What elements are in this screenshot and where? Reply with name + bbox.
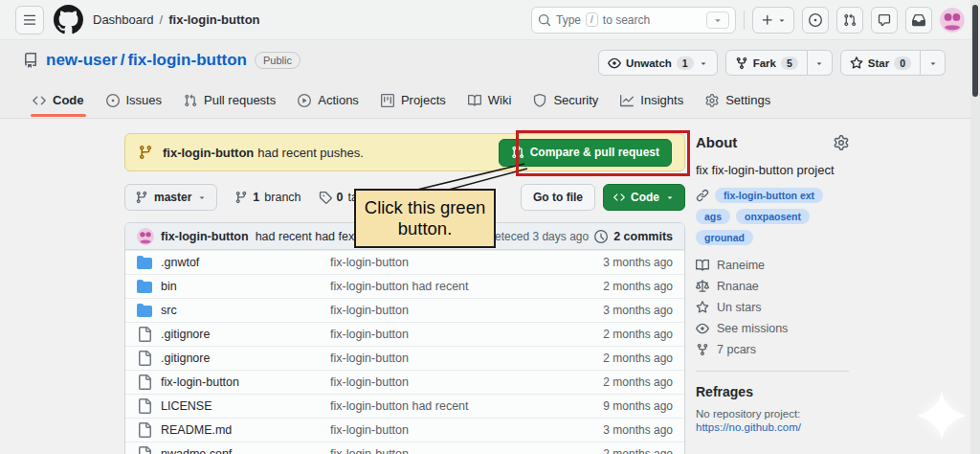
- issues-nav-button[interactable]: [802, 7, 829, 34]
- file-name[interactable]: .gitignore: [161, 352, 322, 365]
- file-name[interactable]: README.md: [161, 423, 322, 437]
- discussions-nav-button[interactable]: [871, 7, 898, 34]
- unwatch-button[interactable]: Unwatch 1: [598, 50, 718, 76]
- folder-icon: [137, 279, 152, 294]
- branch-selector-button[interactable]: master: [124, 184, 217, 211]
- file-commit-message[interactable]: fix-login-button: [330, 375, 594, 389]
- tab-security[interactable]: Security: [525, 86, 606, 118]
- table-row[interactable]: nwadme.conf fix-login-button 2 months ag…: [125, 442, 684, 454]
- tab-wiki[interactable]: Wiki: [460, 86, 520, 118]
- sidebar-link-label: Rnanae: [717, 280, 759, 293]
- sidebar-link-label: Raneime: [717, 259, 765, 272]
- plus-icon: [761, 13, 774, 27]
- pull-requests-nav-button[interactable]: [836, 7, 863, 34]
- file-commit-time: 9 months ago: [603, 399, 673, 413]
- code-button-label: Code: [631, 191, 659, 204]
- table-row[interactable]: src fix-login-button 3 months ago: [125, 298, 684, 322]
- file-name[interactable]: src: [161, 304, 322, 317]
- fork-button[interactable]: Fark 5: [725, 50, 808, 76]
- fork-dropdown-button[interactable]: [808, 50, 833, 76]
- notifications-inbox-button[interactable]: [905, 7, 932, 34]
- chevron-down-icon: [712, 14, 724, 26]
- topic-tag[interactable]: fix-login-button ext: [715, 188, 823, 203]
- table-row[interactable]: README.md fix-login-button 3 months ago: [125, 418, 684, 442]
- compare-pull-request-button[interactable]: Compare & pull request: [499, 139, 672, 167]
- file-name[interactable]: LICENSE: [161, 399, 322, 413]
- chevron-down-icon: [777, 15, 787, 25]
- star-button[interactable]: Star 0: [840, 50, 921, 76]
- sidebar-link-stars[interactable]: Un stars: [696, 301, 849, 314]
- breadcrumb-repo-link[interactable]: fix-login-button: [168, 12, 259, 27]
- star-dropdown-button[interactable]: [921, 50, 946, 76]
- file-name[interactable]: fix-login-button: [161, 375, 322, 389]
- sidebar-link-forks[interactable]: 7 pcars: [696, 343, 849, 356]
- scrollbar-thumb[interactable]: [972, 5, 978, 97]
- code-dropdown-button[interactable]: Code: [603, 184, 685, 211]
- table-row[interactable]: LICENSE fix-login-button had recent 9 mo…: [125, 394, 684, 418]
- breadcrumb-dashboard-link[interactable]: Dashboard: [93, 12, 154, 27]
- tab-label: Security: [553, 93, 598, 107]
- file-commit-message[interactable]: fix-login-button: [330, 256, 594, 269]
- tab-code[interactable]: Code: [25, 86, 92, 118]
- git-pull-request-icon: [184, 94, 197, 107]
- sidebar-link-license[interactable]: Rnanae: [696, 280, 849, 293]
- topic-tags: fix-login-button ext ags onxpaosent grou…: [696, 188, 849, 245]
- file-name[interactable]: .gitignore: [161, 328, 322, 341]
- file-commit-message[interactable]: fix-login-button: [330, 304, 594, 317]
- file-commit-message[interactable]: fix-login-button: [330, 352, 594, 365]
- create-new-button[interactable]: [752, 7, 794, 34]
- file-commit-message[interactable]: fix-login-button: [330, 423, 594, 437]
- hamburger-menu-button[interactable]: [15, 6, 44, 34]
- sidebar-link-readme[interactable]: Raneime: [696, 259, 849, 272]
- tab-settings[interactable]: Settings: [698, 86, 778, 118]
- commit-message[interactable]: had recent had fex: [256, 230, 355, 243]
- branches-link[interactable]: 1 branch: [234, 191, 301, 204]
- commit-time: seteced 3 days ago: [489, 230, 589, 243]
- table-row[interactable]: .gnwtof fix-login-button 3 months ago: [125, 250, 684, 274]
- tab-issues[interactable]: Issues: [99, 86, 170, 118]
- commit-author-avatar[interactable]: [137, 228, 154, 245]
- table-row[interactable]: .gitignore fix-login-button 2 months ago: [125, 346, 684, 370]
- commits-link[interactable]: 2 commits: [613, 230, 673, 243]
- chevron-down-icon: [928, 58, 938, 68]
- file-icon: [137, 446, 152, 454]
- visibility-badge: Public: [255, 52, 301, 69]
- file-name[interactable]: bin: [161, 280, 322, 293]
- file-name[interactable]: .gnwtof: [161, 256, 322, 269]
- topic-tag[interactable]: grounad: [696, 230, 753, 245]
- file-commit-message[interactable]: fix-login-button had recent: [330, 280, 594, 293]
- repo-name-link[interactable]: fix-login-button: [127, 51, 247, 69]
- about-header: About: [696, 134, 849, 150]
- tag-count: 0: [337, 191, 344, 204]
- star-icon: [850, 57, 863, 70]
- file-commit-message[interactable]: fix-login-button had recent: [330, 399, 594, 413]
- user-avatar[interactable]: [940, 8, 965, 33]
- breadcrumb: Dashboard / fix-login-button: [93, 12, 260, 27]
- tab-insights[interactable]: Insights: [612, 86, 691, 118]
- search-command-button[interactable]: [706, 11, 729, 29]
- table-row[interactable]: fix-login-button fix-login-button 2 mont…: [125, 370, 684, 394]
- file-name[interactable]: nwadme.conf: [161, 447, 322, 454]
- gear-icon[interactable]: [834, 135, 849, 150]
- repo-forked-icon: [735, 57, 748, 70]
- commit-author[interactable]: fix-login-button: [161, 230, 249, 243]
- table-row[interactable]: bin fix-login-button had recent 2 months…: [125, 274, 684, 298]
- file-icon: [137, 327, 152, 342]
- sidebar-link-watching[interactable]: See missions: [696, 322, 849, 335]
- tab-projects[interactable]: Projects: [373, 86, 454, 118]
- repo-owner-link[interactable]: new-user: [46, 51, 118, 69]
- chevron-down-icon: [665, 193, 675, 202]
- topic-tag[interactable]: ags: [696, 209, 730, 224]
- project-url-link[interactable]: https://no.github.com/: [696, 421, 849, 433]
- github-logo-icon[interactable]: [54, 5, 83, 34]
- search-input[interactable]: Type / to search: [531, 7, 736, 34]
- topic-tag[interactable]: onxpaosent: [736, 209, 810, 224]
- file-commit-message[interactable]: fix-login-button: [330, 447, 594, 454]
- tab-actions[interactable]: Actions: [290, 86, 367, 118]
- table-row[interactable]: .gitignore fix-login-button 2 months ago: [125, 322, 684, 346]
- tab-pull-requests[interactable]: Pull requests: [176, 86, 283, 118]
- top-navigation-bar: Dashboard / fix-login-button Type / to s…: [0, 0, 980, 40]
- git-pull-request-icon: [511, 146, 524, 159]
- file-commit-message[interactable]: fix-login-button: [330, 328, 594, 341]
- go-to-file-button[interactable]: Go to file: [521, 184, 595, 211]
